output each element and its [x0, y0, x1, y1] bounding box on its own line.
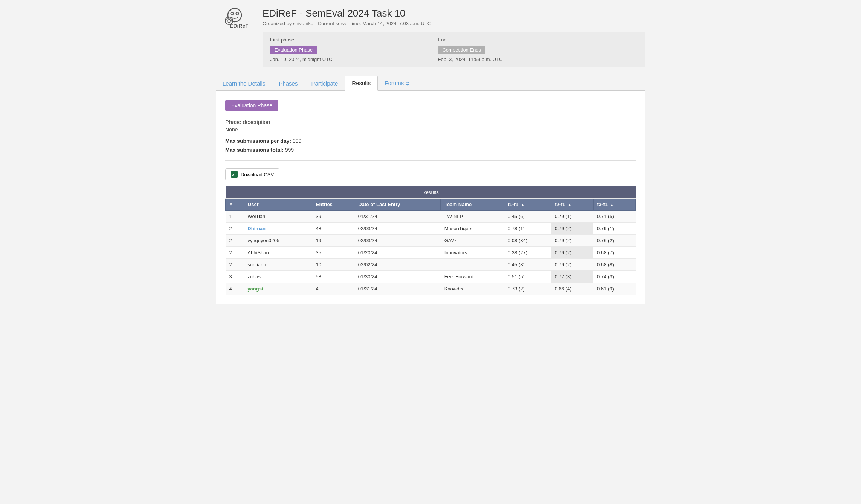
- cell-date: 02/03/24: [354, 235, 441, 247]
- table-row: 2vynguyen02051902/03/24GAVx0.08 (34)0.79…: [226, 235, 636, 247]
- eval-phase-button[interactable]: Evaluation Phase: [225, 100, 278, 111]
- svg-point-5: [230, 19, 231, 20]
- max-per-day-label: Max submissions per day:: [225, 138, 291, 144]
- table-row: 1WeiTian3901/31/24TW-NLP0.45 (6)0.79 (1)…: [226, 211, 636, 223]
- cell-date: 01/30/24: [354, 271, 441, 283]
- col-date: Date of Last Entry: [354, 199, 441, 211]
- table-row: 2suntianh1002/02/240.45 (8)0.79 (2)0.68 …: [226, 259, 636, 271]
- cell-date: 01/31/24: [354, 283, 441, 295]
- cell-team: [441, 259, 504, 271]
- table-title-row: Results: [226, 186, 636, 199]
- end-phase-label: End: [438, 37, 502, 43]
- first-phase-label: First phase: [270, 37, 332, 43]
- table-row: 3zuhas5801/30/24FeedForward0.51 (5)0.77 …: [226, 271, 636, 283]
- cell-t2f1: 0.66 (4): [551, 283, 593, 295]
- cell-t3f1: 0.76 (2): [593, 235, 635, 247]
- tab-participate[interactable]: Participate: [304, 76, 345, 91]
- col-team: Team Name: [441, 199, 504, 211]
- max-per-day-value: 999: [293, 138, 301, 144]
- logo-icon: EDiReF: [221, 8, 248, 28]
- cell-t2f1: 0.79 (2): [551, 259, 593, 271]
- cell-t3f1: 0.79 (1): [593, 223, 635, 235]
- svg-point-4: [227, 19, 228, 20]
- cell-t2f1: 0.77 (3): [551, 271, 593, 283]
- cell-t2f1: 0.79 (1): [551, 211, 593, 223]
- svg-point-2: [236, 12, 239, 15]
- col-t1f1: t1-f1 ▲: [504, 199, 551, 211]
- end-phase-date: Feb. 3, 2024, 11:59 p.m. UTC: [438, 57, 502, 62]
- eval-phase-badge: Evaluation Phase: [270, 46, 317, 54]
- cell-team: FeedForward: [441, 271, 504, 283]
- download-csv-button[interactable]: X Download CSV: [225, 168, 279, 180]
- cell-entries: 39: [312, 211, 354, 223]
- cell-date: 02/03/24: [354, 223, 441, 235]
- cell-rank: 2: [226, 235, 244, 247]
- cell-entries: 48: [312, 223, 354, 235]
- cell-entries: 35: [312, 247, 354, 259]
- divider: [225, 160, 636, 161]
- logo-area: EDiReF: [216, 8, 253, 28]
- phases-bar: First phase Evaluation Phase Jan. 10, 20…: [263, 32, 645, 67]
- cell-rank: 4: [226, 283, 244, 295]
- cell-t1f1: 0.45 (8): [504, 259, 551, 271]
- main-content: Evaluation Phase Phase description None …: [216, 91, 645, 304]
- tab-learn[interactable]: Learn the Details: [216, 76, 272, 91]
- svg-text:X: X: [232, 173, 234, 177]
- cell-t3f1: 0.68 (7): [593, 247, 635, 259]
- max-total-value: 999: [285, 147, 294, 153]
- cell-rank: 2: [226, 259, 244, 271]
- tab-phases[interactable]: Phases: [272, 76, 304, 91]
- table-row: 2Dhiman4802/03/24MasonTigers0.78 (1)0.79…: [226, 223, 636, 235]
- cell-t1f1: 0.08 (34): [504, 235, 551, 247]
- cell-user: vynguyen0205: [244, 235, 312, 247]
- user-green: yangst: [247, 286, 263, 292]
- col-user: User: [244, 199, 312, 211]
- phase-desc-value: None: [225, 127, 636, 133]
- cell-t2f1: 0.79 (2): [551, 223, 593, 235]
- cell-t2f1: 0.79 (2): [551, 247, 593, 259]
- end-phase-col: End Competition Ends Feb. 3, 2024, 11:59…: [438, 37, 502, 62]
- col-t2f1: t2-f1 ▲: [551, 199, 593, 211]
- cell-user: suntianh: [244, 259, 312, 271]
- cell-user: AbhiShan: [244, 247, 312, 259]
- cell-t1f1: 0.45 (6): [504, 211, 551, 223]
- user-link[interactable]: Dhiman: [247, 226, 266, 231]
- cell-team: Innovators: [441, 247, 504, 259]
- cell-team: GAVx: [441, 235, 504, 247]
- col-entries: Entries: [312, 199, 354, 211]
- tabs-row: Learn the Details Phases Participate Res…: [216, 75, 645, 91]
- cell-t1f1: 0.51 (5): [504, 271, 551, 283]
- table-row: 4yangst401/31/24Knowdee0.73 (2)0.66 (4)0…: [226, 283, 636, 295]
- cell-entries: 4: [312, 283, 354, 295]
- cell-rank: 2: [226, 247, 244, 259]
- cell-rank: 2: [226, 223, 244, 235]
- table-row: 2AbhiShan3501/20/24Innovators0.28 (27)0.…: [226, 247, 636, 259]
- results-table: Results # User Entries Date of Last Entr…: [225, 186, 636, 295]
- cell-t2f1: 0.79 (2): [551, 235, 593, 247]
- tab-results[interactable]: Results: [345, 76, 378, 91]
- cell-t1f1: 0.73 (2): [504, 283, 551, 295]
- phase-desc-title: Phase description: [225, 119, 636, 125]
- cell-t1f1: 0.78 (1): [504, 223, 551, 235]
- cell-t1f1: 0.28 (27): [504, 247, 551, 259]
- page-title: EDiReF - SemEval 2024 Task 10: [263, 8, 645, 19]
- competition-ends-badge: Competition Ends: [438, 46, 485, 54]
- col-t3f1: t3-f1 ▲: [593, 199, 635, 211]
- cell-team: TW-NLP: [441, 211, 504, 223]
- first-phase-col: First phase Evaluation Phase Jan. 10, 20…: [270, 37, 332, 62]
- tab-forums[interactable]: Forums ➲: [378, 76, 417, 91]
- cell-t3f1: 0.68 (8): [593, 259, 635, 271]
- cell-t3f1: 0.61 (9): [593, 283, 635, 295]
- cell-t3f1: 0.71 (5): [593, 211, 635, 223]
- title-area: EDiReF - SemEval 2024 Task 10 Organized …: [263, 8, 645, 67]
- table-column-headers: # User Entries Date of Last Entry Team N…: [226, 199, 636, 211]
- page-wrapper: EDiReF EDiReF - SemEval 2024 Task 10 Org…: [205, 0, 656, 312]
- max-total: Max submissions total: 999: [225, 147, 636, 153]
- cell-entries: 19: [312, 235, 354, 247]
- svg-text:EDiReF: EDiReF: [230, 23, 248, 28]
- cell-team: MasonTigers: [441, 223, 504, 235]
- cell-rank: 1: [226, 211, 244, 223]
- cell-t3f1: 0.74 (3): [593, 271, 635, 283]
- max-total-label: Max submissions total:: [225, 147, 284, 153]
- subtitle: Organized by shivaniku - Current server …: [263, 21, 645, 26]
